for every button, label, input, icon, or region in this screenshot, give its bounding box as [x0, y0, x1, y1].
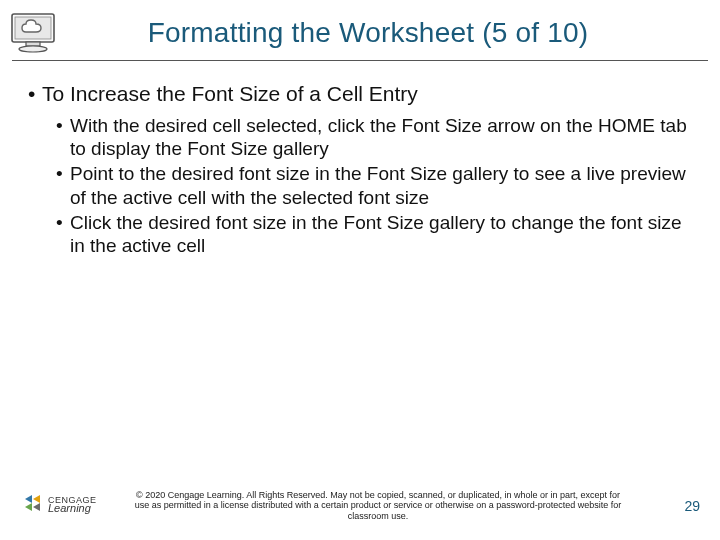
slide-body: • To Increase the Font Size of a Cell En… — [28, 82, 692, 259]
bullet-dot: • — [56, 211, 70, 257]
svg-point-3 — [19, 46, 47, 52]
cengage-mark-icon — [22, 493, 44, 517]
sub-bullet-text: Point to the desired font size in the Fo… — [70, 162, 692, 208]
sub-bullet-text: With the desired cell selected, click th… — [70, 114, 692, 160]
bullet-dot: • — [28, 82, 42, 106]
slide-title: Formatting the Worksheet (5 of 10) — [56, 17, 720, 49]
cengage-logo-text: CENGAGE Learning — [48, 496, 97, 514]
heading-text: To Increase the Font Size of a Cell Entr… — [42, 82, 692, 106]
sub-bullet-list: • With the desired cell selected, click … — [56, 114, 692, 257]
monitor-cloud-icon — [10, 12, 56, 54]
title-underline — [12, 60, 708, 61]
cengage-logo: CENGAGE Learning — [22, 488, 110, 522]
bullet-dot: • — [56, 162, 70, 208]
title-row: Formatting the Worksheet (5 of 10) — [0, 10, 720, 56]
list-item: • Click the desired font size in the Fon… — [56, 211, 692, 257]
bullet-dot: • — [56, 114, 70, 160]
copyright-text: © 2020 Cengage Learning. All Rights Rese… — [128, 490, 628, 522]
footer: CENGAGE Learning © 2020 Cengage Learning… — [0, 478, 720, 528]
list-item: • Point to the desired font size in the … — [56, 162, 692, 208]
heading-bullet: • To Increase the Font Size of a Cell En… — [28, 82, 692, 106]
logo-line2: Learning — [48, 504, 97, 514]
list-item: • With the desired cell selected, click … — [56, 114, 692, 160]
page-number: 29 — [684, 498, 700, 514]
slide: Formatting the Worksheet (5 of 10) • To … — [0, 0, 720, 540]
sub-bullet-text: Click the desired font size in the Font … — [70, 211, 692, 257]
